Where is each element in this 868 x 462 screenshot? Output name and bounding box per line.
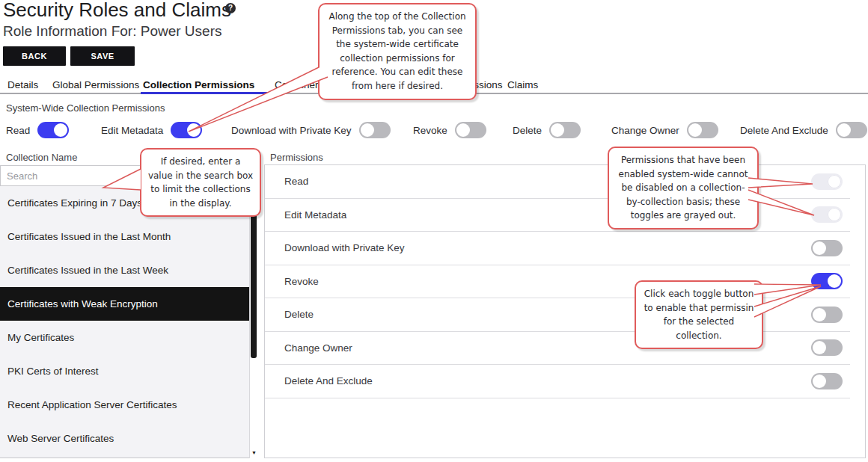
system-wide-item-delete-and-exclude: Delete And Exclude [740, 122, 867, 138]
permission-toggle-delete-and-exclude[interactable] [811, 373, 843, 389]
permission-label: Read [284, 176, 308, 187]
help-icon[interactable]: ? [225, 3, 236, 13]
toggle-knob [828, 175, 841, 188]
system-wide-item-change-owner: Change Owner [611, 122, 718, 138]
save-button[interactable]: SAVE [70, 46, 135, 66]
toggle-knob [813, 241, 826, 255]
back-button[interactable]: BACK [3, 46, 66, 66]
role-subtitle: Role Information For: Power Users [3, 23, 222, 40]
toggle-knob [813, 308, 826, 321]
toggle-knob [456, 123, 470, 137]
system-wide-heading: System-Wide Collection Permissions [6, 102, 165, 114]
system-wide-item-download-with-private-key: Download with Private Key [231, 122, 391, 138]
toggle-label: Revoke [413, 125, 447, 136]
permission-row-download-with-private-key: Download with Private Key [265, 232, 850, 265]
toggle-label: Read [6, 125, 30, 136]
collection-item-pki-certs-of-interest[interactable]: PKI Certs of Interest [0, 354, 249, 388]
toggle-label: Edit Metadata [101, 125, 163, 136]
system-toggle-change-owner[interactable] [687, 122, 718, 138]
toggle-knob [688, 123, 702, 137]
toggle-knob [837, 123, 851, 137]
toggle-knob [361, 123, 374, 137]
tab-global-permissions[interactable]: Global Permissions [52, 79, 139, 90]
collection-list: Certificates Expiring in 7 DaysCertifica… [0, 186, 258, 458]
callout-click-toggle: Click each toggle button to enable that … [635, 280, 763, 349]
permissions-panel: ReadEdit MetadataDownload with Private K… [264, 164, 866, 458]
callout-grayed-toggles: Permissions that have been enabled syste… [608, 147, 759, 230]
collection-item-web-server-certificates[interactable]: Web Server Certificates [0, 422, 249, 455]
scrollbar-thumb[interactable] [251, 198, 257, 358]
permission-toggle-download-with-private-key[interactable] [811, 240, 843, 256]
toggle-label: Change Owner [611, 125, 679, 136]
callout-search: If desired, enter a value in the search … [140, 148, 261, 217]
system-wide-item-delete: Delete [513, 122, 581, 138]
permission-label: Revoke [284, 276, 319, 287]
tab-details[interactable]: Details [7, 79, 38, 90]
callout-system-wide: Along the top of the Collection Permissi… [318, 3, 477, 100]
toggle-label: Delete [513, 125, 542, 136]
toggle-label: Download with Private Key [231, 125, 352, 136]
system-wide-item-edit-metadata: Edit Metadata [101, 122, 202, 138]
permission-label: Delete And Exclude [284, 375, 373, 386]
toggle-label: Delete And Exclude [740, 125, 828, 136]
permission-label: Delete [284, 309, 314, 320]
tab-collection-permissions[interactable]: Collection Permissions [143, 79, 254, 90]
collection-item-certificates-issued-in-the-last-week[interactable]: Certificates Issued in the Last Week [0, 253, 249, 287]
permission-toggle-edit-metadata[interactable] [811, 206, 843, 223]
system-wide-item-revoke: Revoke [413, 122, 486, 138]
system-toggle-read[interactable] [37, 122, 69, 138]
scroll-down-icon[interactable]: ▼ [250, 450, 258, 455]
permission-toggle-revoke[interactable] [811, 273, 843, 289]
permission-row-delete-and-exclude: Delete And Exclude [265, 365, 850, 398]
permission-row-read: Read [265, 165, 850, 199]
active-tab-underline [141, 92, 269, 94]
toggle-knob [828, 274, 841, 288]
system-toggle-delete[interactable] [549, 122, 581, 138]
security-roles-page: Security Roles and Claims ? Role Informa… [0, 0, 868, 462]
toggle-knob [813, 341, 826, 354]
collection-item-certificates-issued-in-the-last-month[interactable]: Certificates Issued in the Last Month [0, 220, 249, 253]
permission-toggle-read[interactable] [811, 173, 843, 190]
system-toggle-revoke[interactable] [455, 122, 486, 138]
collection-name-heading: Collection Name [6, 152, 77, 163]
permissions-heading: Permissions [270, 152, 323, 163]
system-toggle-download-with-private-key[interactable] [359, 122, 391, 138]
permission-label: Change Owner [284, 342, 352, 354]
page-title: Security Roles and Claims [3, 0, 231, 22]
toggle-knob [551, 123, 564, 137]
collection-item-my-certificates[interactable]: My Certificates [0, 321, 249, 354]
toggle-knob [187, 123, 201, 137]
collection-list-scrollbar[interactable]: ▲ ▼ [249, 186, 258, 458]
permission-toggle-delete[interactable] [811, 307, 843, 323]
toggle-knob [54, 123, 67, 137]
permission-label: Edit Metadata [284, 209, 346, 221]
collection-item-certificates-with-weak-encryption[interactable]: Certificates with Weak Encryption [0, 287, 249, 321]
permission-row-edit-metadata: Edit Metadata [265, 199, 850, 232]
system-toggle-delete-and-exclude[interactable] [836, 122, 867, 138]
toggle-knob [813, 375, 826, 388]
system-toggle-edit-metadata[interactable] [171, 122, 202, 138]
toggle-knob [828, 208, 841, 221]
system-wide-item-read: Read [6, 122, 69, 138]
permission-toggle-change-owner[interactable] [811, 339, 843, 356]
collection-item-recent-application-server-certificates[interactable]: Recent Application Server Certificates [0, 388, 249, 422]
permission-label: Download with Private Key [284, 242, 405, 253]
tab-claims[interactable]: Claims [507, 79, 538, 90]
